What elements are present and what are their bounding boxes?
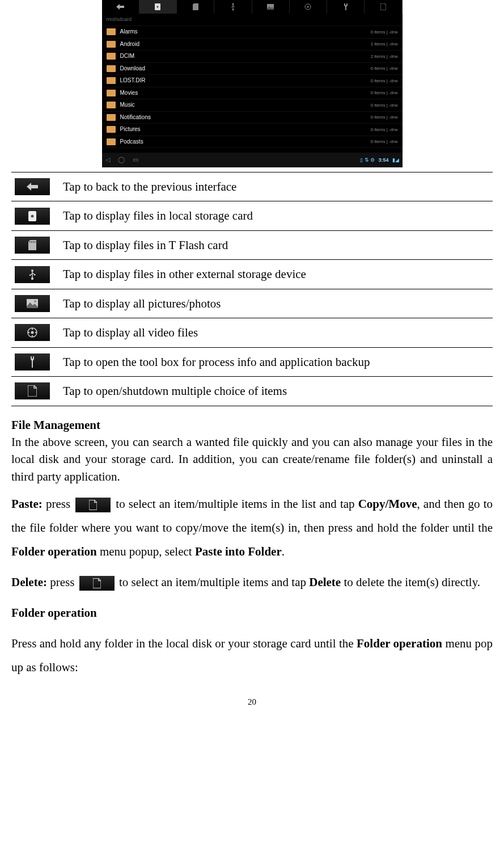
table-row: Tap to display all pictures/photos	[11, 289, 493, 318]
table-row: Tap to back to the previous interface	[11, 172, 493, 201]
folder-operation-heading: Folder operation	[11, 601, 493, 625]
status-time: 3:54	[378, 157, 388, 164]
file-management-section: File Management In the above screen, you…	[11, 416, 493, 680]
svg-point-14	[29, 274, 31, 276]
tflash-icon	[15, 237, 50, 254]
tab-back-icon	[102, 0, 139, 14]
svg-rect-10	[31, 241, 32, 243]
icon-description-table: Tap to back to the previous interface Ta…	[11, 172, 493, 406]
table-row: Tap to display all video files	[11, 318, 493, 347]
icon-description: Tap to display all video files	[60, 318, 493, 347]
list-item: Podcasts0 items | -drw	[102, 136, 403, 149]
nav-home-icon: ◯	[118, 155, 125, 165]
list-item: Movies0 items | -drw	[102, 87, 403, 100]
list-item: Android1 items | -drw	[102, 39, 403, 51]
table-row: Tap to open/shutdown multiple choice of …	[11, 377, 493, 406]
multiselect-icon	[15, 382, 50, 399]
paste-label: Paste:	[11, 497, 43, 511]
section-title: File Management	[11, 418, 100, 432]
usb-icon	[15, 266, 50, 283]
list-item: Music0 items | -drw	[102, 99, 403, 112]
status-icons: ▯ ⇅ ⚙	[360, 157, 375, 164]
local-storage-icon	[15, 208, 50, 225]
svg-point-6	[307, 6, 309, 8]
icon-description: Tap to display files in T Flash card	[60, 230, 493, 259]
photos-icon	[15, 295, 50, 312]
svg-point-3	[232, 9, 234, 11]
videos-icon	[15, 324, 50, 341]
list-item: DCIM2 items | -drw	[102, 50, 403, 63]
icon-description: Tap to display files in other external s…	[60, 260, 493, 289]
nav-recent-icon: ▭	[133, 155, 138, 165]
breadcrumb: mnt/sdcard	[102, 14, 403, 26]
embedded-screenshot: mnt/sdcard Alarms0 items | -drw Android1…	[11, 0, 493, 167]
folder-list: Alarms0 items | -drw Android1 items | -d…	[102, 26, 403, 148]
back-icon	[15, 178, 50, 195]
nav-back-icon: ◁	[105, 155, 110, 165]
multiselect-icon	[75, 498, 111, 512]
tab-photos-icon	[252, 0, 290, 14]
page-number: 20	[11, 696, 493, 709]
navbar: ◁ ◯ ▭ ▯ ⇅ ⚙ 3:54 ▮◢	[102, 153, 403, 167]
svg-point-16	[31, 277, 33, 279]
table-row: Tap to open the tool box for process inf…	[11, 347, 493, 376]
tab-videos-icon	[290, 0, 327, 14]
list-item: Notifications0 items | -drw	[102, 112, 403, 124]
list-item: Alarms0 items | -drw	[102, 26, 403, 39]
table-row: Tap to display files in T Flash card	[11, 230, 493, 259]
status-signal: ▮◢	[392, 157, 399, 164]
svg-point-23	[28, 332, 29, 333]
tab-usb-icon	[214, 0, 252, 14]
svg-rect-12	[35, 241, 36, 243]
table-row: Tap to display files in local storage ca…	[11, 201, 493, 230]
tab-local-icon	[139, 0, 177, 14]
svg-point-8	[31, 214, 34, 217]
delete-label: Delete:	[11, 575, 47, 589]
svg-point-1	[157, 6, 159, 8]
icon-description: Tap to back to the previous interface	[60, 172, 493, 201]
tab-sd-icon	[177, 0, 214, 14]
toolbox-icon	[15, 353, 50, 371]
svg-rect-15	[34, 274, 36, 276]
table-row: Tap to display files in other external s…	[11, 260, 493, 289]
svg-point-20	[31, 331, 34, 334]
list-item: LOST.DIR0 items | -drw	[102, 75, 403, 87]
icon-description: Tap to open the tool box for process inf…	[60, 347, 493, 376]
list-item: Pictures0 items | -drw	[102, 124, 403, 136]
icon-description: Tap to open/shutdown multiple choice of …	[60, 377, 493, 406]
paste-paragraph: Paste: press to select an item/multiple …	[11, 492, 493, 563]
icon-description: Tap to display files in local storage ca…	[60, 201, 493, 230]
svg-point-24	[35, 332, 36, 333]
tab-multiselect-icon	[365, 0, 402, 14]
svg-point-21	[32, 329, 33, 330]
folder-operation-paragraph: Press and hold any folder in the local d…	[11, 632, 493, 679]
tab-toolbox-icon	[327, 0, 365, 14]
svg-rect-9	[29, 241, 31, 243]
svg-point-22	[32, 335, 33, 336]
delete-paragraph: Delete: press to select an item/multiple…	[11, 570, 493, 594]
icon-description: Tap to display all pictures/photos	[60, 289, 493, 318]
svg-rect-11	[33, 241, 34, 243]
section-intro: In the above screen, you can search a wa…	[11, 435, 493, 483]
svg-point-18	[34, 300, 36, 302]
multiselect-icon	[79, 576, 115, 591]
list-item: Download0 items | -drw	[102, 63, 403, 75]
screenshot-toolbar	[102, 0, 403, 14]
